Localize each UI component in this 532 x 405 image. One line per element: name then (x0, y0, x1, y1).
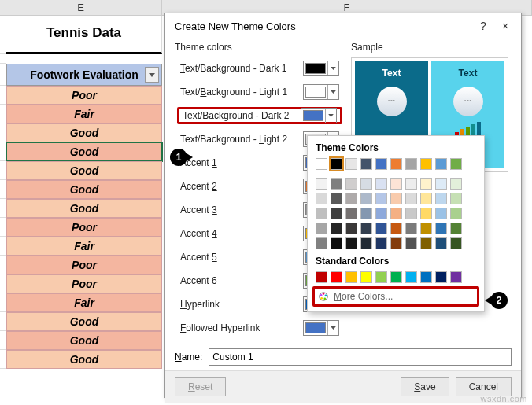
theme-item-swatch-dropdown[interactable] (303, 84, 339, 100)
color-swatch[interactable] (375, 178, 387, 190)
table-row[interactable]: Fair (6, 105, 162, 123)
table-row[interactable]: Good (6, 331, 162, 350)
color-swatch[interactable] (331, 178, 342, 190)
color-swatch[interactable] (450, 237, 462, 249)
color-swatch[interactable] (450, 223, 462, 234)
color-swatch[interactable] (331, 271, 342, 283)
color-swatch[interactable] (405, 193, 417, 204)
color-swatch[interactable] (360, 208, 372, 219)
color-swatch[interactable] (390, 178, 402, 190)
color-swatch[interactable] (420, 193, 432, 204)
color-swatch[interactable] (316, 237, 327, 249)
color-swatch[interactable] (331, 193, 342, 204)
table-row[interactable]: Good (6, 312, 162, 331)
color-swatch[interactable] (405, 178, 417, 190)
color-swatch[interactable] (375, 193, 387, 204)
color-swatch[interactable] (316, 271, 327, 283)
reset-button[interactable]: Reset (175, 377, 226, 396)
save-button[interactable]: Save (401, 377, 449, 396)
color-swatch[interactable] (316, 158, 327, 170)
color-swatch[interactable] (405, 158, 417, 170)
color-swatch[interactable] (345, 193, 357, 204)
color-swatch[interactable] (435, 193, 447, 204)
table-row[interactable]: Good (6, 123, 162, 142)
color-swatch[interactable] (345, 223, 357, 234)
table-row[interactable]: Fair (6, 237, 162, 256)
color-swatch[interactable] (360, 158, 372, 170)
color-swatch[interactable] (420, 178, 432, 190)
color-swatch[interactable] (375, 223, 387, 234)
sample-text-dark: Text (382, 68, 401, 79)
color-swatch[interactable] (316, 208, 327, 219)
color-swatch[interactable] (345, 208, 357, 219)
color-swatch[interactable] (375, 271, 387, 283)
table-row[interactable]: Good (6, 180, 162, 199)
color-swatch[interactable] (405, 271, 417, 283)
color-swatch[interactable] (316, 193, 327, 204)
color-swatch[interactable] (375, 208, 387, 219)
table-row[interactable]: Poor (6, 86, 162, 105)
color-swatch[interactable] (345, 237, 357, 249)
column-header-e[interactable]: E (0, 0, 162, 16)
color-swatch[interactable] (331, 223, 342, 234)
theme-item-swatch-dropdown[interactable] (301, 108, 337, 123)
table-row[interactable]: Poor (6, 256, 162, 274)
color-swatch[interactable] (360, 223, 372, 234)
table-row[interactable]: Good (6, 350, 162, 369)
theme-name-input[interactable] (209, 348, 512, 366)
color-swatch[interactable] (435, 237, 447, 249)
table-row[interactable]: Poor (6, 274, 162, 293)
color-swatch[interactable] (390, 158, 402, 170)
color-swatch[interactable] (435, 178, 447, 190)
color-swatch[interactable] (390, 223, 402, 234)
color-swatch[interactable] (360, 178, 372, 190)
color-swatch[interactable] (405, 237, 417, 249)
color-swatch[interactable] (405, 223, 417, 234)
color-swatch[interactable] (360, 193, 372, 204)
table-row[interactable]: Poor (6, 218, 162, 237)
color-swatch[interactable] (390, 271, 402, 283)
color-swatch[interactable] (331, 237, 342, 249)
table-row[interactable]: Good (6, 142, 162, 161)
table-header[interactable]: Footwork Evaluation (6, 64, 162, 86)
color-swatch[interactable] (420, 237, 432, 249)
color-swatch[interactable] (450, 178, 462, 190)
color-swatch[interactable] (390, 193, 402, 204)
help-button[interactable]: ? (472, 20, 494, 32)
color-swatch[interactable] (450, 158, 462, 170)
color-swatch[interactable] (450, 271, 462, 283)
color-swatch[interactable] (420, 223, 432, 234)
color-swatch[interactable] (450, 208, 462, 219)
table-row[interactable]: Fair (6, 293, 162, 312)
filter-dropdown-button[interactable] (145, 67, 159, 83)
color-swatch[interactable] (375, 158, 387, 170)
color-swatch[interactable] (345, 158, 357, 170)
color-swatch[interactable] (360, 237, 372, 249)
color-swatch[interactable] (435, 208, 447, 219)
color-swatch[interactable] (316, 178, 327, 190)
color-swatch[interactable] (345, 178, 357, 190)
close-button[interactable]: × (494, 20, 516, 32)
color-swatch[interactable] (420, 158, 432, 170)
sheet-title[interactable]: Tennis Data (6, 16, 162, 54)
color-swatch[interactable] (420, 208, 432, 219)
color-swatch[interactable] (435, 271, 447, 283)
color-swatch[interactable] (316, 223, 327, 234)
theme-item-swatch-dropdown[interactable] (303, 61, 339, 76)
color-swatch[interactable] (360, 271, 372, 283)
theme-item-swatch-dropdown[interactable] (303, 320, 339, 336)
color-swatch[interactable] (345, 271, 357, 283)
color-swatch[interactable] (450, 193, 462, 204)
color-swatch[interactable] (390, 208, 402, 219)
color-swatch[interactable] (331, 208, 342, 219)
color-swatch[interactable] (405, 208, 417, 219)
color-swatch[interactable] (420, 271, 432, 283)
table-row[interactable]: Good (6, 199, 162, 218)
color-swatch[interactable] (435, 158, 447, 170)
more-colors-button[interactable]: More Colors... (312, 286, 479, 307)
color-swatch[interactable] (435, 223, 447, 234)
color-swatch[interactable] (331, 158, 342, 170)
color-swatch[interactable] (390, 237, 402, 249)
table-row[interactable]: Good (6, 161, 162, 180)
color-swatch[interactable] (375, 237, 387, 249)
